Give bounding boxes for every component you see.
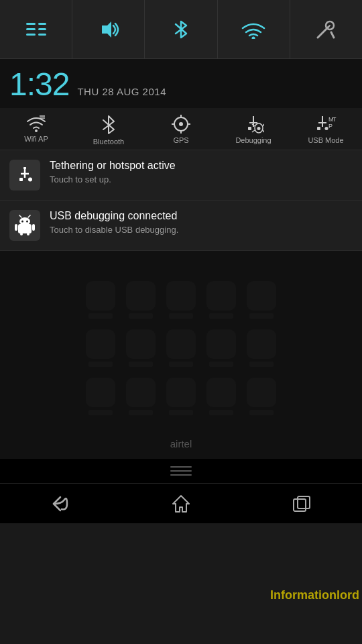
svg-point-16: [179, 122, 183, 126]
svg-point-33: [325, 127, 328, 130]
android-icon: [9, 210, 40, 241]
usb-debugging-subtitle: Touch to disable USB debugging.: [50, 225, 178, 235]
svg-rect-5: [38, 34, 46, 36]
svg-line-47: [28, 215, 30, 217]
datetime-row: 1:32 THU 28 AUG 2014: [0, 59, 362, 108]
svg-point-12: [35, 129, 38, 132]
svg-rect-53: [294, 499, 306, 511]
svg-rect-32: [317, 127, 320, 130]
wifi-ap-toggle[interactable]: Wifi AP: [0, 115, 72, 146]
svg-point-7: [252, 36, 255, 39]
quick-settings-bar: [0, 0, 362, 59]
tethering-subtitle: Touch to set up.: [50, 174, 176, 184]
svg-rect-48: [15, 224, 17, 231]
svg-text:P: P: [328, 123, 333, 129]
bluetooth-top-button[interactable]: [145, 0, 217, 58]
debugging-label: Debugging: [235, 136, 271, 144]
svg-point-45: [26, 221, 28, 223]
wifi-ap-icon: [26, 115, 46, 132]
wifi-ap-label: Wifi AP: [24, 135, 48, 143]
recents-button[interactable]: [282, 489, 322, 519]
svg-rect-42: [18, 224, 32, 233]
debugging-toggle[interactable]: Debugging: [217, 115, 290, 146]
svg-line-10: [327, 25, 330, 28]
svg-rect-23: [248, 127, 251, 130]
carrier-text: airtel: [170, 438, 192, 449]
handle-lines-icon: [170, 466, 192, 476]
svg-point-44: [21, 221, 23, 223]
toggles-row: Wifi AP Bluetooth GPS: [0, 108, 362, 150]
svg-line-28: [252, 130, 255, 132]
wifi-top-button[interactable]: [218, 0, 290, 58]
svg-rect-51: [27, 233, 29, 235]
svg-marker-6: [102, 21, 111, 38]
usb-debugging-notification[interactable]: USB debugging connected Touch to disable…: [0, 201, 362, 251]
svg-line-46: [19, 215, 21, 217]
brand-text: Informationlord: [270, 588, 362, 602]
svg-line-29: [263, 130, 264, 132]
bluetooth-label: Bluetooth: [93, 138, 124, 146]
debugging-icon: [243, 115, 264, 133]
background-watermark: [0, 251, 362, 452]
svg-point-43: [19, 217, 30, 225]
menu-settings-button[interactable]: [0, 0, 72, 58]
usb-debugging-text: USB debugging connected Touch to disable…: [50, 210, 178, 235]
gps-icon: [172, 115, 190, 133]
svg-point-24: [257, 127, 261, 130]
svg-line-11: [331, 32, 334, 38]
svg-rect-0: [26, 23, 36, 25]
tethering-text: Tethering or hotspot active Touch to set…: [50, 160, 176, 184]
svg-rect-2: [26, 34, 36, 36]
notification-handle[interactable]: [0, 459, 362, 483]
usb-debugging-title: USB debugging connected: [50, 210, 178, 222]
svg-rect-49: [32, 224, 35, 231]
svg-point-40: [28, 178, 32, 182]
background-app-area: airtel: [0, 251, 362, 459]
svg-line-27: [263, 124, 264, 126]
svg-rect-3: [38, 23, 46, 25]
svg-rect-1: [26, 28, 36, 30]
tethering-title: Tethering or hotspot active: [50, 160, 176, 172]
svg-marker-52: [173, 496, 189, 512]
svg-rect-41: [23, 167, 26, 169]
back-button[interactable]: [40, 489, 80, 519]
svg-rect-54: [298, 496, 310, 508]
bottom-nav: [0, 483, 362, 523]
gps-toggle[interactable]: GPS: [145, 115, 217, 146]
usb-mode-label: USB Mode: [308, 136, 343, 144]
bluetooth-toggle-icon: [101, 115, 117, 135]
time-display: 1:32: [9, 66, 69, 103]
svg-text:T: T: [333, 116, 337, 123]
settings-top-button[interactable]: [290, 0, 362, 58]
gps-label: GPS: [173, 136, 188, 144]
usb-mode-icon: M T P: [314, 115, 338, 133]
bluetooth-toggle[interactable]: Bluetooth: [72, 115, 145, 146]
volume-button[interactable]: [72, 0, 145, 58]
home-button[interactable]: [161, 489, 201, 519]
svg-rect-4: [38, 28, 46, 30]
usb-mode-toggle[interactable]: M T P USB Mode: [290, 115, 362, 146]
tethering-icon: [9, 160, 40, 191]
date-display: THU 28 AUG 2014: [77, 86, 166, 97]
svg-rect-39: [19, 178, 23, 181]
tethering-notification[interactable]: Tethering or hotspot active Touch to set…: [0, 150, 362, 201]
svg-rect-50: [20, 233, 23, 235]
